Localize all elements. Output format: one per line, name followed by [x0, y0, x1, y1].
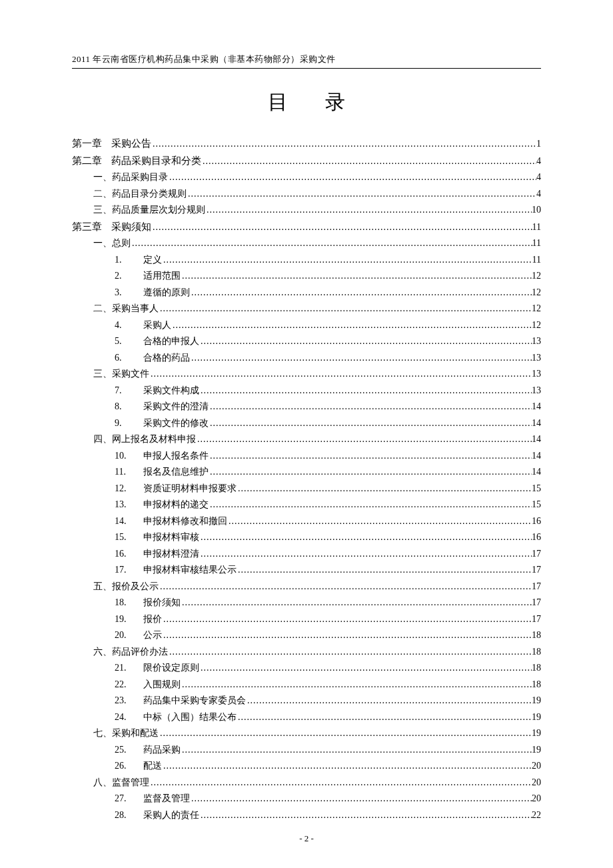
toc-entry: 24. 中标（入围）结果公布..........................… — [72, 713, 541, 722]
item-number: 10. — [115, 451, 139, 461]
toc-page-number: 4 — [536, 189, 541, 199]
item-title: 药品采购 — [143, 745, 181, 755]
toc-page-number: 12 — [532, 304, 541, 313]
toc-leader-dots: ........................................… — [190, 353, 532, 363]
item-number: 14. — [115, 517, 139, 526]
toc-leader-dots: ........................................… — [209, 402, 532, 411]
chapter-number: 第三章 — [72, 221, 102, 232]
toc-page-number: 17 — [532, 549, 541, 559]
toc-entry: 12. 资质证明材料申报要求..........................… — [72, 484, 541, 493]
toc-entry: 7. 采购文件构成...............................… — [72, 386, 541, 395]
item-number: 16. — [115, 549, 139, 559]
toc-page-number: 12 — [532, 321, 541, 330]
item-number: 24. — [115, 713, 139, 722]
toc-leader-dots: ........................................… — [181, 745, 532, 755]
toc-entry: 第一章采购公告 ................................… — [72, 139, 541, 149]
item-number: 22. — [115, 680, 139, 689]
item-number: 7. — [115, 386, 139, 395]
item-number: 20. — [115, 631, 139, 640]
toc-leader-dots: ........................................… — [227, 517, 532, 526]
toc-page-number: 17 — [532, 582, 541, 591]
toc-page-number: 15 — [532, 500, 541, 509]
toc-page-number: 16 — [532, 517, 541, 526]
chapter-number: 第一章 — [72, 138, 102, 149]
toc-page-number: 14 — [532, 451, 541, 461]
toc-entry: 23. 药品集中采购专家委员会.........................… — [72, 696, 541, 705]
toc-page-number: 14 — [532, 435, 541, 444]
toc-entry-label: 10. 申报人报名条件 — [115, 451, 209, 461]
toc-entry-label: 二、采购当事人 — [93, 304, 159, 313]
toc-entry-label: 5. 合格的申报人 — [115, 337, 199, 346]
section-title: 八、监督管理 — [93, 777, 149, 787]
item-title: 公示 — [143, 630, 162, 640]
toc-leader-dots: ........................................… — [168, 647, 532, 657]
item-title: 申报材料的递交 — [143, 499, 209, 509]
toc-entry-label: 19. 报价 — [115, 615, 162, 624]
toc-entry-label: 三、采购文件 — [93, 369, 149, 379]
toc-entry-label: 28. 采购人的责任 — [115, 811, 199, 820]
toc-entry: 2. 适用范围.................................… — [72, 271, 541, 281]
toc-leader-dots: ........................................… — [171, 321, 532, 330]
toc-leader-dots: ........................................… — [201, 157, 536, 166]
toc-entry: 6. 合格的药品................................… — [72, 353, 541, 363]
toc-page-number: 1 — [536, 139, 541, 149]
toc-page-number: 14 — [532, 402, 541, 411]
toc-entry: 五、报价及公示.................................… — [72, 582, 541, 591]
toc-entry: 二、采购当事人.................................… — [72, 304, 541, 313]
item-title: 监督及管理 — [143, 793, 190, 803]
section-title: 一、药品采购目录 — [93, 172, 168, 182]
toc-page-number: 11 — [532, 223, 541, 232]
item-title: 申报材料审核结果公示 — [143, 565, 237, 575]
toc-entry-label: 3. 遵循的原则 — [115, 288, 190, 297]
toc-leader-dots: ........................................… — [209, 500, 532, 509]
item-number: 4. — [115, 321, 139, 330]
item-number: 11. — [115, 467, 139, 477]
section-title: 七、采购和配送 — [93, 728, 159, 738]
toc-entry: 10. 申报人报名条件.............................… — [72, 451, 541, 461]
toc-page-number: 18 — [532, 680, 541, 689]
running-header: 2011 年云南省医疗机构药品集中采购（非基本药物部分）采购文件 — [72, 53, 541, 69]
item-number: 1. — [115, 255, 139, 265]
toc-entry: 13. 申报材料的递交.............................… — [72, 500, 541, 509]
toc-entry: 18. 报价须知................................… — [72, 598, 541, 607]
toc-entry-label: 27. 监督及管理 — [115, 794, 190, 803]
toc-page-number: 12 — [532, 288, 541, 297]
item-title: 采购人 — [143, 320, 171, 330]
item-number: 15. — [115, 533, 139, 542]
toc-page-number: 4 — [536, 157, 541, 166]
toc-leader-dots: ........................................… — [190, 288, 532, 297]
chapter-title: 采购公告 — [111, 138, 151, 149]
toc-entry: 四、网上报名及材料申报.............................… — [72, 435, 541, 444]
toc-leader-dots: ........................................… — [209, 419, 532, 428]
item-number: 27. — [115, 794, 139, 803]
item-title: 采购人的责任 — [143, 810, 199, 820]
toc-leader-dots: ........................................… — [199, 549, 532, 559]
toc-entry-label: 24. 中标（入围）结果公布 — [115, 713, 237, 722]
toc-page-number: 13 — [532, 369, 541, 379]
page-number: - 2 - — [0, 833, 613, 844]
toc-page-number: 11 — [532, 255, 541, 265]
item-title: 限价设定原则 — [143, 663, 199, 673]
toc-leader-dots: ........................................… — [190, 794, 532, 803]
item-title: 中标（入围）结果公布 — [143, 712, 237, 722]
item-number: 23. — [115, 696, 139, 705]
item-title: 药品集中采购专家委员会 — [143, 695, 246, 705]
toc-page-number: 12 — [532, 271, 541, 281]
toc-entry: 一、总则....................................… — [72, 239, 541, 248]
toc-leader-dots: ........................................… — [199, 663, 532, 673]
toc-leader-dots: ........................................… — [151, 223, 532, 232]
toc-entry: 3. 遵循的原则................................… — [72, 288, 541, 297]
toc-entry: 二、药品目录分类规则..............................… — [72, 189, 541, 199]
item-title: 合格的申报人 — [143, 336, 199, 346]
toc-page-number: 14 — [532, 419, 541, 428]
item-title: 申报材料修改和撤回 — [143, 516, 227, 526]
toc-page-number: 15 — [532, 484, 541, 493]
toc-page-number: 20 — [532, 761, 541, 771]
toc-entry-label: 26. 配送 — [115, 761, 162, 771]
toc-page-number: 19 — [532, 745, 541, 755]
item-title: 申报人报名条件 — [143, 451, 209, 461]
item-title: 合格的药品 — [143, 353, 190, 363]
item-number: 13. — [115, 500, 139, 509]
toc-entry-label: 4. 采购人 — [115, 321, 171, 330]
table-of-contents: 第一章采购公告 ................................… — [72, 139, 541, 820]
